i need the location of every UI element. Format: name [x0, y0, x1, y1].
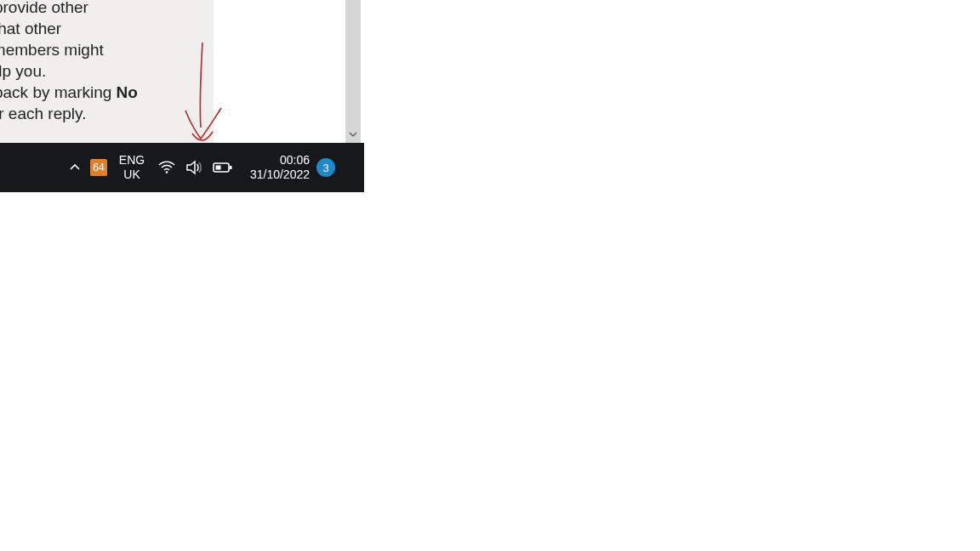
clock-time: 00:06 [280, 153, 310, 168]
panel-gap [214, 0, 345, 143]
language-bottom: UK [123, 168, 140, 182]
volume-icon[interactable] [185, 160, 202, 175]
notification-center-badge[interactable]: 3 [316, 158, 335, 177]
panel-text: to help you. [0, 62, 46, 80]
panel-text: feedback by marking [0, 83, 117, 101]
battery-icon[interactable] [213, 162, 233, 173]
language-top: ENG [119, 153, 145, 168]
svg-rect-2 [216, 166, 221, 170]
clock-date: 31/10/2022 [250, 168, 310, 182]
clock[interactable]: 00:06 31/10/2022 [243, 153, 310, 182]
svg-point-0 [166, 171, 168, 173]
panel-text-bold: No [117, 83, 138, 101]
panel-text: nity members might [0, 41, 104, 59]
taskbar: 64 ENG UK [0, 143, 364, 192]
tray-app-badge[interactable]: 64 [90, 159, 107, 176]
language-indicator[interactable]: ENG UK [114, 153, 150, 182]
notification-count: 3 [322, 162, 328, 174]
tray-app-badge-value: 64 [93, 162, 104, 173]
scrollbar-track[interactable] [345, 0, 361, 143]
panel-text: under each reply. [0, 105, 86, 122]
wifi-icon[interactable] [158, 161, 175, 174]
panel-text: s or provide other [0, 0, 88, 16]
show-hidden-icons-button[interactable] [66, 162, 83, 173]
svg-rect-3 [230, 166, 232, 169]
scrollbar-down-button[interactable] [345, 127, 361, 142]
panel-text: tion that other [0, 20, 61, 37]
help-panel: s or provide other tion that other nity … [0, 0, 214, 143]
